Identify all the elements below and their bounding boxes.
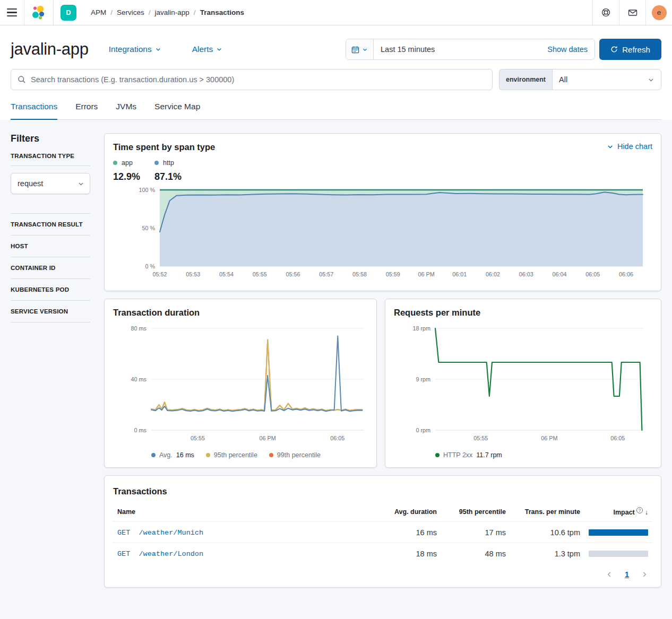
chevron-left-icon <box>606 571 613 578</box>
svg-text:40 ms: 40 ms <box>131 376 147 382</box>
hide-chart-button[interactable]: Hide chart <box>607 142 652 151</box>
filter-host[interactable]: HOST <box>11 236 90 257</box>
transaction-duration-chart[interactable]: 0 ms40 ms80 ms05:5506 PM06:05 <box>113 321 368 449</box>
p95-legend-dot <box>206 453 210 457</box>
http-2xx-legend-dot <box>435 453 440 457</box>
chevron-down-icon <box>362 47 368 53</box>
svg-text:06:01: 06:01 <box>452 271 467 277</box>
tab-transactions[interactable]: Transactions <box>11 102 57 120</box>
menu-icon[interactable] <box>7 8 17 17</box>
page-number-1[interactable]: 1 <box>625 570 629 579</box>
filter-kubernetes-pod[interactable]: KUBERNETES POD <box>11 279 90 300</box>
legend-item-avg[interactable]: Avg. 16 ms <box>151 451 194 459</box>
transaction-duration-panel: Transaction duration 0 ms40 ms80 ms05:55… <box>104 299 377 468</box>
app-percentage: 12.9% <box>113 171 154 182</box>
elastic-logo-icon <box>31 5 46 20</box>
filter-transaction-type-label: TRANSACTION TYPE <box>11 153 90 159</box>
breadcrumb-current: Transactions <box>200 8 244 16</box>
filter-transaction-result[interactable]: TRANSACTION RESULT <box>11 214 90 235</box>
svg-text:06 PM: 06 PM <box>418 271 434 277</box>
svg-text:06:06: 06:06 <box>619 271 633 277</box>
help-icon <box>601 7 611 18</box>
elastic-logo[interactable] <box>24 0 53 25</box>
alerts-menu[interactable]: Alerts <box>192 45 223 54</box>
refresh-button[interactable]: Refresh <box>599 39 661 60</box>
svg-text:100 %: 100 % <box>139 187 155 193</box>
show-dates-button[interactable]: Show dates <box>547 45 595 54</box>
top-navigation-bar: D APM / Services / javalin-app / Transac… <box>0 0 672 25</box>
filter-service-version[interactable]: SERVICE VERSION <box>11 301 90 322</box>
legend-item-99th[interactable]: 99th percentile <box>269 451 321 459</box>
help-button[interactable] <box>593 0 619 25</box>
svg-text:05:58: 05:58 <box>352 271 367 277</box>
transactions-table-title: Transactions <box>113 486 652 496</box>
chevron-down-icon <box>155 46 161 53</box>
tab-jvms[interactable]: JVMs <box>116 102 136 120</box>
svg-text:05:53: 05:53 <box>186 271 200 277</box>
filter-container-id[interactable]: CONTAINER ID <box>11 257 90 278</box>
next-page-button[interactable] <box>641 571 648 578</box>
chevron-down-icon <box>648 76 654 83</box>
svg-text:05:52: 05:52 <box>152 271 167 277</box>
chevron-down-icon <box>216 46 222 53</box>
breadcrumb-services[interactable]: Services <box>117 8 144 16</box>
time-range-display[interactable]: Last 15 minutes <box>374 45 547 54</box>
previous-page-button[interactable] <box>606 571 613 578</box>
transaction-link-london[interactable]: GET /weather/London <box>117 550 203 558</box>
svg-text:50 %: 50 % <box>142 225 155 231</box>
requests-per-minute-chart[interactable]: 0 rpm9 rpm18 rpm05:5506 PM06:05 <box>394 321 652 449</box>
filters-sidebar: Filters TRANSACTION TYPE request TRANSAC… <box>11 133 90 588</box>
transaction-link-munich[interactable]: GET /weather/Munich <box>117 529 203 537</box>
chevron-down-icon <box>77 180 84 187</box>
svg-text:05:55: 05:55 <box>191 435 205 441</box>
svg-text:0 rpm: 0 rpm <box>416 427 430 433</box>
svg-text:06:02: 06:02 <box>486 271 500 277</box>
date-picker: Last 15 minutes Show dates <box>346 39 595 60</box>
table-row: GET /weather/London 18 ms 48 ms 1.3 tpm <box>113 543 652 564</box>
column-header-avg-duration: Avg. duration <box>377 502 441 522</box>
legend-item-app[interactable]: app <box>113 159 154 167</box>
http-percentage: 87.1% <box>154 171 196 182</box>
pagination: 1 <box>113 564 652 584</box>
span-type-chart[interactable]: 0 %50 %100 %05:5205:5305:5405:5505:5605:… <box>113 186 652 282</box>
column-header-tpm: Trans. per minute <box>510 502 584 522</box>
legend-item-http[interactable]: http <box>154 159 196 167</box>
user-menu-button[interactable]: e <box>646 0 672 25</box>
integrations-menu[interactable]: Integrations <box>109 45 161 54</box>
chevron-down-icon <box>607 143 614 150</box>
refresh-icon <box>610 46 618 53</box>
svg-text:05:55: 05:55 <box>253 271 267 277</box>
environment-select[interactable]: All <box>552 69 661 90</box>
newsfeed-button[interactable] <box>619 0 645 25</box>
service-tabs: Transactions Errors JVMs Service Map <box>11 102 661 120</box>
menu-button[interactable] <box>0 0 24 25</box>
divider <box>11 322 90 322</box>
space-badge[interactable]: D <box>61 5 76 21</box>
search-input[interactable] <box>31 75 486 84</box>
avg-duration-value: 16 ms <box>377 522 441 543</box>
breadcrumb: APM / Services / javalin-app / Transacti… <box>83 0 244 25</box>
mail-icon <box>627 7 638 18</box>
svg-text:05:56: 05:56 <box>286 271 300 277</box>
requests-per-minute-panel: Requests per minute 0 rpm9 rpm18 rpm05:5… <box>385 299 661 468</box>
svg-text:05:54: 05:54 <box>219 271 234 277</box>
impact-bar <box>589 529 648 536</box>
tab-errors[interactable]: Errors <box>75 102 98 120</box>
impact-help-icon[interactable]: ? <box>636 507 643 513</box>
transactions-table: Name Avg. duration 95th percentile Trans… <box>113 502 652 564</box>
tpm-value: 10.6 tpm <box>510 522 584 543</box>
quick-select-button[interactable] <box>346 39 374 59</box>
sort-desc-icon[interactable]: ↓ <box>645 509 648 516</box>
legend-item-http-2xx[interactable]: HTTP 2xx 11.7 rpm <box>435 451 502 459</box>
table-row: GET /weather/Munich 16 ms 17 ms 10.6 tpm <box>113 522 652 543</box>
breadcrumb-service-name[interactable]: javalin-app <box>155 8 189 16</box>
svg-text:06:04: 06:04 <box>553 271 567 277</box>
transaction-type-select[interactable]: request <box>11 173 90 194</box>
column-header-impact[interactable]: Impact?↓ <box>584 502 652 522</box>
transactions-table-panel: Transactions Name Avg. duration 95th per… <box>104 475 661 588</box>
svg-text:06 PM: 06 PM <box>541 435 557 441</box>
legend-item-95th[interactable]: 95th percentile <box>206 451 257 459</box>
svg-text:05:59: 05:59 <box>386 271 400 277</box>
breadcrumb-apm[interactable]: APM <box>91 8 106 16</box>
tab-service-map[interactable]: Service Map <box>154 102 200 120</box>
